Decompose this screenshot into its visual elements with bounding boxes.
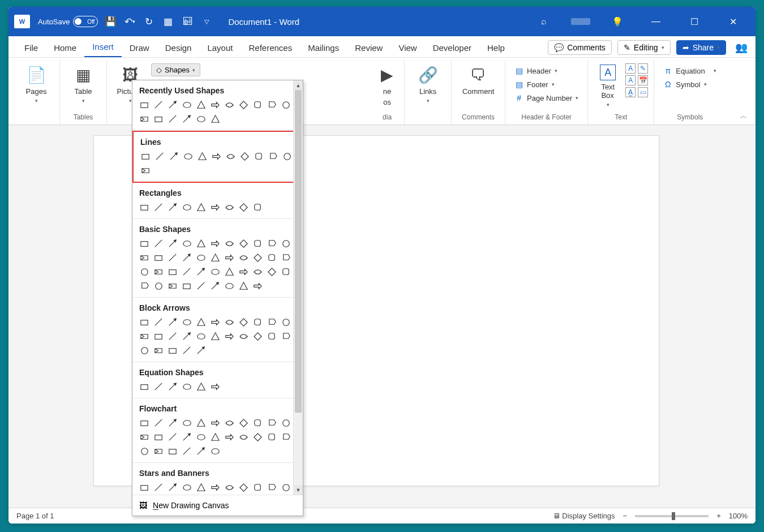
shape-item[interactable] (166, 201, 179, 214)
shape-item[interactable] (181, 445, 194, 458)
minimize-button[interactable]: — (645, 13, 667, 30)
shape-item[interactable] (280, 431, 293, 444)
shape-item[interactable] (152, 265, 165, 278)
shape-item[interactable] (280, 251, 293, 264)
shape-item[interactable] (265, 417, 278, 430)
shape-item[interactable] (237, 417, 250, 430)
shape-item[interactable] (237, 431, 250, 444)
shape-item[interactable] (181, 344, 194, 357)
shape-item[interactable] (252, 150, 265, 163)
equation-button[interactable]: πEquation ▾ (660, 65, 720, 77)
symbol-button[interactable]: ΩSymbol ▾ (660, 78, 720, 91)
shape-item[interactable] (223, 265, 236, 278)
shape-item[interactable] (195, 98, 208, 111)
new-drawing-canvas[interactable]: 🖼 New Drawing Canvas (132, 495, 303, 516)
shape-item[interactable] (138, 481, 151, 494)
shape-item[interactable] (181, 265, 194, 278)
shape-item[interactable] (251, 481, 264, 494)
shape-item[interactable] (166, 481, 179, 494)
shape-item[interactable] (138, 113, 151, 126)
tab-view[interactable]: View (390, 38, 424, 57)
shape-item[interactable] (166, 431, 179, 444)
shape-item[interactable] (223, 201, 236, 214)
shape-item[interactable] (195, 380, 208, 393)
shape-item[interactable] (209, 481, 222, 494)
shape-item[interactable] (237, 330, 250, 343)
shape-item[interactable] (152, 330, 165, 343)
shape-item[interactable] (209, 380, 222, 393)
links-button[interactable]: 🔗 Links▾ (410, 63, 445, 105)
qat-icon-2[interactable]: 🗟 (182, 16, 193, 27)
shape-item[interactable] (181, 316, 194, 329)
text-tool-5[interactable]: A̲ (625, 87, 636, 97)
shape-item[interactable] (166, 344, 179, 357)
zoom-slider[interactable] (635, 515, 709, 517)
footer-button[interactable]: ▤Footer ▾ (511, 78, 582, 91)
shape-item[interactable] (267, 150, 280, 163)
shape-item[interactable] (251, 98, 264, 111)
shape-item[interactable] (152, 431, 165, 444)
shape-item[interactable] (209, 431, 222, 444)
shape-item[interactable] (265, 481, 278, 494)
tab-layout[interactable]: Layout (199, 38, 241, 57)
shape-item[interactable] (166, 330, 179, 343)
display-settings-button[interactable]: 🖥 Display Settings (553, 512, 615, 520)
shape-item[interactable] (195, 330, 208, 343)
shape-item[interactable] (166, 380, 179, 393)
shape-item[interactable] (181, 251, 194, 264)
shape-item[interactable] (152, 316, 165, 329)
pages-button[interactable]: 📄 Pages▾ (19, 63, 54, 105)
shape-item[interactable] (223, 237, 236, 250)
shape-item[interactable] (166, 280, 179, 293)
shape-item[interactable] (209, 316, 222, 329)
shape-item[interactable] (181, 113, 194, 126)
shape-item[interactable] (209, 251, 222, 264)
shape-item[interactable] (265, 330, 278, 343)
shape-item[interactable] (280, 237, 293, 250)
shape-item[interactable] (251, 237, 264, 250)
shape-item[interactable] (181, 380, 194, 393)
shape-item[interactable] (265, 265, 278, 278)
shape-item[interactable] (182, 150, 195, 163)
shape-item[interactable] (152, 445, 165, 458)
shape-item[interactable] (251, 330, 264, 343)
shape-item[interactable] (152, 280, 165, 293)
shape-item[interactable] (223, 417, 236, 430)
share-button[interactable]: ➦ Share ▾ (676, 40, 726, 55)
scroll-up-icon[interactable]: ▲ (294, 80, 303, 90)
shape-item[interactable] (265, 431, 278, 444)
shape-item[interactable] (152, 98, 165, 111)
scroll-down-icon[interactable]: ▼ (294, 485, 303, 495)
shape-item[interactable] (195, 251, 208, 264)
shape-item[interactable] (209, 237, 222, 250)
undo-icon[interactable]: ↶▾ (124, 16, 135, 27)
shape-item[interactable] (168, 150, 181, 163)
shape-item[interactable] (265, 237, 278, 250)
comment-button[interactable]: 🗨 Comment (457, 63, 499, 97)
zoom-level[interactable]: 100% (729, 512, 748, 520)
search-icon[interactable]: ⌕ (533, 13, 555, 30)
shape-item[interactable] (237, 280, 250, 293)
collapse-ribbon-button[interactable]: ︿ (740, 111, 748, 121)
shape-item[interactable] (152, 237, 165, 250)
shape-item[interactable] (251, 417, 264, 430)
shape-item[interactable] (210, 150, 223, 163)
text-tool-3[interactable]: A (625, 75, 636, 85)
zoom-in-button[interactable]: + (716, 512, 721, 520)
shape-item[interactable] (166, 251, 179, 264)
page-number-button[interactable]: #Page Number ▾ (511, 92, 582, 104)
shape-item[interactable] (280, 481, 293, 494)
shape-item[interactable] (223, 280, 236, 293)
tab-home[interactable]: Home (46, 38, 84, 57)
shape-item[interactable] (195, 201, 208, 214)
tab-design[interactable]: Design (157, 38, 200, 57)
shape-item[interactable] (181, 417, 194, 430)
document-area[interactable] (8, 125, 756, 508)
account-avatar[interactable] (571, 18, 590, 25)
header-button[interactable]: ▤Header ▾ (511, 65, 582, 77)
shape-item[interactable] (209, 113, 222, 126)
shape-item[interactable] (138, 280, 151, 293)
shape-item[interactable] (280, 98, 293, 111)
shape-item[interactable] (280, 417, 293, 430)
shape-item[interactable] (237, 265, 250, 278)
